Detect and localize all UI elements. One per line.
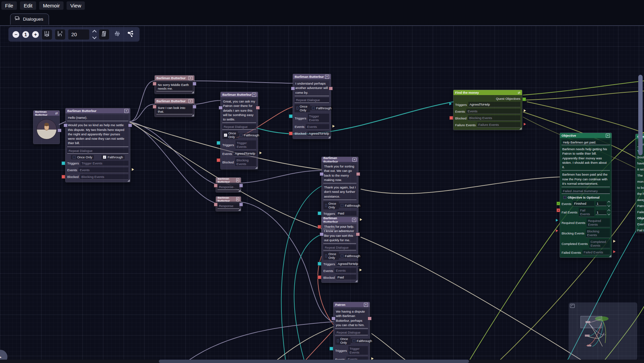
- close-icon[interactable]: ✕: [236, 178, 239, 182]
- resize-handle[interactable]: [609, 255, 611, 257]
- output-port[interactable]: [193, 105, 196, 109]
- response-input[interactable]: Response: [218, 203, 239, 209]
- fail-events-port[interactable]: ✕: [556, 208, 560, 212]
- input-port[interactable]: [214, 203, 218, 206]
- dialogue-text[interactable]: Great, you can ask my Patron over there …: [222, 99, 256, 123]
- spinner-up-icon[interactable]: [92, 30, 97, 34]
- failure-events-input[interactable]: Failure Events: [477, 122, 520, 128]
- blocked-input[interactable]: Blocking Events: [80, 174, 128, 180]
- required-events-input[interactable]: Required Events: [587, 218, 610, 227]
- falthrough-checkbox[interactable]: Falthrough: [238, 133, 261, 137]
- resize-handle[interactable]: [192, 91, 194, 93]
- repeat-dialogue-input[interactable]: Thank you again, but I don't need any fu…: [323, 185, 356, 200]
- dialogue-text[interactable]: I understand perhaps another adventurer …: [295, 81, 329, 96]
- resize-handle[interactable]: [127, 179, 130, 182]
- once-only-checkbox[interactable]: Once Only: [323, 201, 339, 209]
- dialogue-text[interactable]: Would you be so kind as help me settle t…: [67, 122, 128, 146]
- events-input[interactable]: Events: [466, 109, 520, 114]
- fail-events-input[interactable]: Fail Events: [579, 208, 594, 217]
- resize-handle[interactable]: [519, 127, 522, 130]
- dialogue-text[interactable]: Hello (name).: [67, 115, 128, 121]
- repeat-dialogue-input[interactable]: Repeat Dialogue: [323, 245, 356, 250]
- falthrough-checkbox[interactable]: Falthrough: [339, 203, 362, 208]
- tab-dialogues[interactable]: Dialogues: [10, 14, 49, 25]
- repeat-dialogue-input[interactable]: Repeat Dialogue: [295, 97, 329, 103]
- blocked-port[interactable]: [318, 275, 321, 279]
- failure-events-port[interactable]: [524, 123, 526, 126]
- optional-checkbox[interactable]: Objective is Optional: [562, 195, 601, 200]
- output-port[interactable]: [356, 172, 360, 176]
- resize-handle[interactable]: [328, 136, 330, 138]
- input-port[interactable]: [214, 184, 218, 187]
- events-input[interactable]: Events: [78, 167, 128, 173]
- output-port[interactable]: [368, 317, 372, 320]
- blocked-port[interactable]: [449, 116, 453, 120]
- node-title-bar[interactable]: Barliman Butterbur ✕: [155, 75, 194, 81]
- input-port[interactable]: [153, 82, 156, 86]
- resize-handle[interactable]: [192, 114, 194, 116]
- snap-distance-input[interactable]: 20: [68, 29, 89, 40]
- blocked-input[interactable]: Blocking Events: [468, 115, 520, 121]
- zoom-out-button[interactable]: −: [13, 31, 19, 38]
- response-input[interactable]: Response: [218, 184, 239, 190]
- blocking-events-port[interactable]: [556, 229, 558, 232]
- snap-toggle-button[interactable]: [55, 29, 65, 40]
- menu-file[interactable]: File: [1, 1, 17, 10]
- fail-count-spinner[interactable]: [608, 210, 610, 215]
- falthrough-checkbox[interactable]: ✓Falthrough: [101, 155, 124, 159]
- triggers-port[interactable]: [449, 103, 452, 105]
- quest-objectives-port[interactable]: [522, 97, 526, 101]
- once-only-checkbox[interactable]: Once Only: [295, 104, 310, 112]
- triggers-port[interactable]: [318, 211, 321, 215]
- minimap[interactable]: [569, 302, 637, 360]
- close-icon[interactable]: ✕: [352, 158, 356, 162]
- triggers-input[interactable]: Trigger Events: [80, 161, 129, 166]
- horizontal-scrollbar[interactable]: [0, 360, 644, 363]
- triggers-input[interactable]: AgreedToHelp: [337, 261, 360, 267]
- repeat-dialogue-input[interactable]: Repeat Dialogue: [222, 124, 256, 130]
- triggers-port[interactable]: [61, 161, 65, 165]
- blocked-port[interactable]: [61, 175, 65, 179]
- output-port[interactable]: [256, 106, 260, 110]
- node-title-bar[interactable]: Barliman Butterbur ⇄: [33, 111, 59, 116]
- node-title-bar[interactable]: Barliman Butterbur ✕: [221, 92, 258, 97]
- collapse-icon[interactable]: ⇄: [55, 112, 58, 115]
- output-port[interactable]: [193, 82, 196, 86]
- blocked-port[interactable]: [289, 132, 293, 135]
- blocked-port[interactable]: [217, 158, 220, 162]
- fail-count-input[interactable]: 1: [596, 210, 606, 215]
- spinner-down-icon[interactable]: [92, 35, 97, 39]
- node-title-bar[interactable]: Barliman Butterbur ✕: [322, 157, 358, 162]
- journal-summary-input[interactable]: Help Barlimen get paid.: [562, 140, 610, 145]
- failed-journal-summary-input[interactable]: Failed J: [637, 210, 643, 214]
- blocked-input[interactable]: Paid: [336, 275, 356, 280]
- menu-edit[interactable]: Edit: [20, 1, 36, 10]
- node-title-bar[interactable]: Objective ✕: [560, 133, 612, 138]
- events-port[interactable]: [132, 168, 134, 171]
- close-icon[interactable]: ✕: [606, 134, 610, 138]
- output-port[interactable]: [239, 184, 243, 187]
- arrange-nodes-button[interactable]: [112, 29, 122, 40]
- falthrough-checkbox[interactable]: Falthrough: [339, 254, 362, 258]
- response-input[interactable]: Sure I can look into that.: [156, 105, 193, 114]
- collapse-icon[interactable]: ⇄: [518, 91, 520, 94]
- resize-handle[interactable]: [255, 166, 257, 169]
- blocked-input[interactable]: AgreedToHelp: [307, 131, 330, 136]
- input-port[interactable]: [331, 317, 336, 320]
- blocked-input[interactable]: Blocking Events: [235, 158, 256, 167]
- node-title-bar[interactable]: Barliman Butterbur ✕: [216, 178, 241, 183]
- node-title-bar[interactable]: Barliman Butterbur ✕: [216, 197, 241, 202]
- triggers-port[interactable]: [329, 347, 333, 350]
- completed-journal-summary[interactable]: Barlimen has been paid and the now the P…: [562, 172, 610, 187]
- events-port[interactable]: [524, 109, 526, 112]
- repeat-dialogue-input[interactable]: Repeat Dialogue: [335, 330, 368, 335]
- once-only-checkbox[interactable]: ✓Once Only: [222, 131, 238, 139]
- events-input[interactable]: Finished: [573, 201, 594, 206]
- input-port[interactable]: [64, 123, 68, 127]
- close-icon[interactable]: ✕: [189, 76, 193, 80]
- once-only-checkbox[interactable]: Once Only: [323, 252, 339, 260]
- input-port[interactable]: [153, 105, 156, 109]
- input-port[interactable]: [320, 172, 324, 176]
- triggers-input[interactable]: Trigger Events: [308, 114, 329, 123]
- output-port[interactable]: [356, 232, 360, 236]
